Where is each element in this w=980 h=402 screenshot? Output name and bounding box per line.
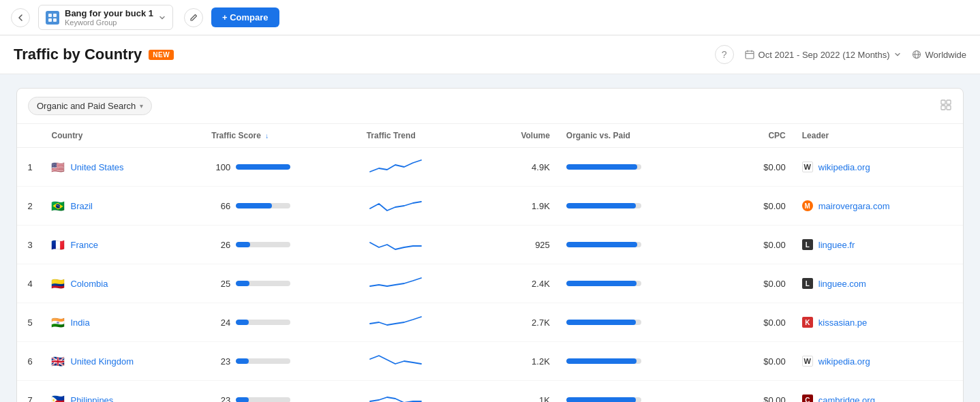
col-country: Country	[43, 124, 203, 148]
col-leader: Leader	[794, 124, 963, 148]
export-button[interactable]	[940, 99, 952, 114]
header-right: ? Oct 2021 - Sep 2022 (12 Months) Worldw…	[715, 45, 966, 64]
organic-bar-fill	[566, 281, 637, 286]
organic-bar	[566, 242, 641, 247]
leader-cell: W wikipedia.org	[794, 342, 963, 381]
date-chevron-icon	[894, 51, 901, 58]
volume-cell: 1.9K	[485, 187, 558, 226]
trend-cell	[358, 187, 485, 226]
traffic-score-value: 26	[211, 240, 230, 250]
volume-cell: 1K	[485, 381, 558, 403]
keyword-group-pill[interactable]: Bang for your buck 1 Keyword Group	[38, 5, 173, 30]
svg-rect-1	[53, 14, 57, 17]
compare-button[interactable]: + Compare	[211, 7, 279, 27]
country-name[interactable]: Brazil	[70, 201, 93, 211]
table-header-row: Country Traffic Score ↓ Traffic Trend Vo…	[17, 124, 963, 148]
traffic-score-bar	[236, 203, 290, 208]
traffic-score-bar	[236, 397, 290, 402]
leader-name[interactable]: cambridge.org	[818, 395, 875, 403]
svg-rect-7	[941, 100, 945, 104]
leader-name[interactable]: wikipedia.org	[818, 356, 870, 367]
search-type-filter[interactable]: Organic and Paid Search ▾	[28, 97, 152, 115]
trend-cell	[358, 264, 485, 303]
leader-icon: L	[802, 239, 813, 250]
new-badge: NEW	[149, 50, 174, 60]
traffic-score-cell: 26	[203, 226, 358, 264]
leader-name[interactable]: mairovergara.com	[818, 201, 890, 211]
leader-name[interactable]: linguee.fr	[818, 240, 855, 250]
traffic-score-fill	[236, 203, 272, 208]
organic-bar-fill	[566, 164, 638, 170]
table-row: 1 🇺🇸 United States 100 4.9K	[17, 148, 963, 187]
back-button[interactable]	[11, 8, 30, 27]
country-flag: 🇬🇧	[51, 355, 65, 368]
volume-cell: 1.2K	[485, 342, 558, 381]
leader-icon: K	[802, 317, 813, 328]
traffic-score-value: 23	[211, 356, 230, 367]
traffic-score-fill	[236, 397, 248, 402]
search-type-label: Organic and Paid Search	[37, 101, 136, 111]
leader-name[interactable]: kissasian.pe	[818, 318, 868, 328]
leader-name[interactable]: wikipedia.org	[818, 162, 870, 172]
organic-paid-cell	[558, 264, 707, 303]
traffic-score-cell: 100	[203, 148, 358, 187]
country-name[interactable]: United Kingdom	[70, 356, 134, 367]
row-rank: 6	[17, 342, 43, 381]
traffic-score-fill	[236, 242, 250, 247]
country-cell: 🇫🇷 France	[43, 226, 203, 264]
leader-icon: W	[802, 356, 813, 367]
leader-cell: C cambridge.org	[794, 381, 963, 403]
country-name[interactable]: Colombia	[70, 279, 108, 289]
cpc-cell: $0.00	[707, 187, 794, 226]
volume-cell: 2.4K	[485, 264, 558, 303]
col-organic-paid: Organic vs. Paid	[558, 124, 707, 148]
country-name[interactable]: United States	[70, 162, 123, 172]
leader-name[interactable]: linguee.com	[818, 279, 866, 289]
leader-icon: C	[802, 395, 813, 402]
country-cell: 🇨🇴 Colombia	[43, 264, 203, 303]
country-flag: 🇨🇴	[51, 277, 65, 290]
cpc-cell: $0.00	[707, 148, 794, 187]
top-nav: Bang for your buck 1 Keyword Group + Com…	[0, 0, 980, 35]
traffic-score-cell: 23	[203, 342, 358, 381]
organic-paid-cell	[558, 381, 707, 403]
country-name[interactable]: Philippines	[70, 395, 113, 403]
region-label: Worldwide	[925, 50, 966, 60]
filter-chevron-icon: ▾	[140, 102, 143, 110]
traffic-score-bar	[236, 164, 290, 170]
country-name[interactable]: France	[70, 240, 97, 250]
cpc-cell: $0.00	[707, 303, 794, 342]
help-button[interactable]: ?	[715, 45, 734, 64]
traffic-score-bar	[236, 320, 290, 325]
country-flag: 🇮🇳	[51, 316, 65, 329]
country-name[interactable]: India	[70, 318, 89, 328]
trend-chart	[367, 155, 428, 179]
edit-button[interactable]	[184, 8, 203, 27]
col-cpc: CPC	[707, 124, 794, 148]
col-rank	[17, 124, 43, 148]
organic-bar-fill	[566, 203, 636, 208]
keyword-group-chevron	[159, 14, 166, 21]
traffic-score-bar	[236, 281, 290, 286]
traffic-score-cell: 24	[203, 303, 358, 342]
organic-bar	[566, 397, 641, 402]
organic-bar-fill	[566, 397, 636, 402]
volume-cell: 925	[485, 226, 558, 264]
country-flag: 🇺🇸	[51, 161, 65, 174]
col-traffic-score[interactable]: Traffic Score ↓	[203, 124, 358, 148]
date-range-label: Oct 2021 - Sep 2022 (12 Months)	[759, 50, 890, 60]
cpc-cell: $0.00	[707, 381, 794, 403]
row-rank: 3	[17, 226, 43, 264]
organic-bar	[566, 203, 641, 208]
leader-icon: M	[802, 200, 813, 211]
organic-bar-fill	[566, 358, 637, 364]
main-content: Organic and Paid Search ▾ Country Traffi…	[0, 74, 980, 402]
trend-chart	[367, 388, 428, 402]
country-flag: 🇵🇭	[51, 394, 65, 403]
trend-cell	[358, 226, 485, 264]
date-range-picker[interactable]: Oct 2021 - Sep 2022 (12 Months)	[745, 50, 901, 60]
calendar-icon	[745, 50, 754, 59]
page-header: Traffic by Country NEW ? Oct 2021 - Sep …	[0, 35, 980, 74]
region-picker[interactable]: Worldwide	[912, 50, 966, 60]
trend-chart	[367, 349, 428, 373]
